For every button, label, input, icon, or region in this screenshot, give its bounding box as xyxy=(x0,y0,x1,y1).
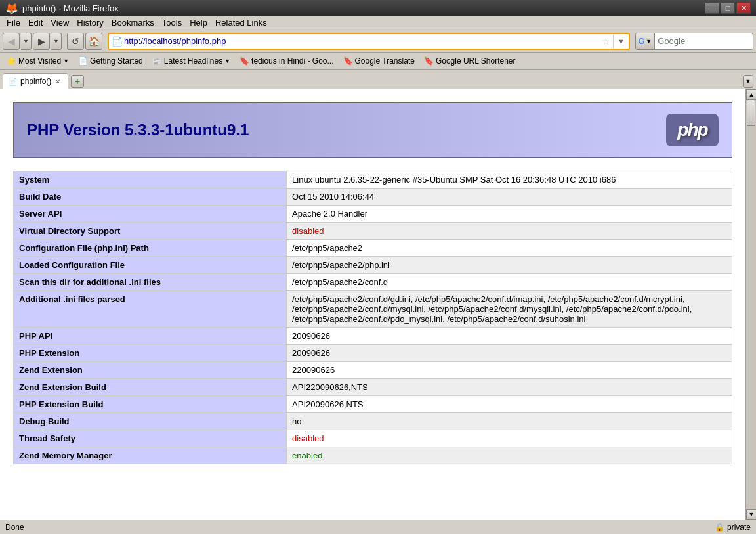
tab-phpinfo[interactable]: 📄 phpinfo() ✕ xyxy=(3,73,68,90)
page-content: PHP Version 5.3.3-1ubuntu9.1 php SystemL… xyxy=(0,89,746,520)
most-visited-label: Most Visited xyxy=(18,56,61,66)
table-value-cell: no xyxy=(287,413,732,430)
bookmark-google-translate[interactable]: 🔖 Google Translate xyxy=(339,55,419,67)
table-row: Server APIApache 2.0 Handler xyxy=(14,206,732,223)
google-translate-icon: 🔖 xyxy=(343,56,353,66)
table-value-cell: /etc/php5/apache2/php.ini xyxy=(287,257,732,274)
table-value-cell: API220090626,NTS xyxy=(287,379,732,396)
php-logo-text: php xyxy=(677,120,707,141)
latest-headlines-label: Latest Headlines xyxy=(164,56,222,66)
table-label-cell: Debug Build xyxy=(14,413,287,430)
back-dropdown-button[interactable]: ▼ xyxy=(21,33,32,50)
tabbar: 📄 phpinfo() ✕ + ▼ xyxy=(0,70,756,89)
tedious-label: tedious in Hindi - Goo... xyxy=(251,56,333,66)
menu-history[interactable]: History xyxy=(73,16,107,29)
bookmark-latest-headlines[interactable]: 📰 Latest Headlines ▼ xyxy=(148,55,234,67)
search-engine-dropdown-icon: ▼ xyxy=(646,38,652,45)
table-label-cell: Thread Safety xyxy=(14,430,287,447)
forward-dropdown-button[interactable]: ▼ xyxy=(51,33,62,50)
latest-headlines-dropdown-icon: ▼ xyxy=(224,58,230,64)
getting-started-label: Getting Started xyxy=(90,56,143,66)
google-icon: G xyxy=(639,37,644,46)
bookmark-most-visited[interactable]: ⭐ Most Visited ▼ xyxy=(3,55,73,67)
table-value-cell: disabled xyxy=(287,223,732,240)
table-value-cell: 220090626 xyxy=(287,362,732,379)
google-url-shortener-icon: 🔖 xyxy=(424,56,434,66)
back-button[interactable]: ◀ xyxy=(3,33,20,50)
phpinfo-content: PHP Version 5.3.3-1ubuntu9.1 php SystemL… xyxy=(0,89,746,483)
table-label-cell: Zend Extension Build xyxy=(14,379,287,396)
url-input[interactable] xyxy=(124,36,600,46)
menu-view[interactable]: View xyxy=(47,16,73,29)
bookmark-tedious[interactable]: 🔖 tedious in Hindi - Goo... xyxy=(236,55,337,67)
scrollbar-up-button[interactable]: ▲ xyxy=(746,89,756,100)
table-label-cell: PHP Extension xyxy=(14,345,287,362)
firefox-icon: 🦊 xyxy=(5,2,18,14)
phpinfo-table: SystemLinux ubuntu 2.6.35-22-generic #35… xyxy=(13,171,732,464)
bookmark-google-url-shortener[interactable]: 🔖 Google URL Shortener xyxy=(420,55,520,67)
reload-button[interactable]: ↺ xyxy=(67,33,84,50)
table-row: Build DateOct 15 2010 14:06:44 xyxy=(14,189,732,206)
table-row: PHP API20090626 xyxy=(14,328,732,345)
scrollbar[interactable]: ▲ ▼ xyxy=(746,89,756,520)
close-button[interactable]: ✕ xyxy=(736,2,751,14)
table-label-cell: Virtual Directory Support xyxy=(14,223,287,240)
getting-started-icon: 📄 xyxy=(78,56,88,66)
table-label-cell: Zend Extension xyxy=(14,362,287,379)
content-area: PHP Version 5.3.3-1ubuntu9.1 php SystemL… xyxy=(0,89,756,520)
table-value-cell: /etc/php5/apache2 xyxy=(287,240,732,257)
table-row: Zend Extension BuildAPI220090626,NTS xyxy=(14,379,732,396)
new-tab-button[interactable]: + xyxy=(71,75,84,88)
statusbar-right: 🔒 private xyxy=(715,523,751,532)
table-row: Thread Safetydisabled xyxy=(14,430,732,447)
forward-button[interactable]: ▶ xyxy=(33,33,50,50)
table-value-cell: enabled xyxy=(287,447,732,464)
tab-dropdown-button[interactable]: ▼ xyxy=(743,75,753,88)
table-label-cell: Scan this dir for additional .ini files xyxy=(14,274,287,291)
menu-related-links[interactable]: Related Links xyxy=(211,16,271,29)
url-dropdown-button[interactable]: ▼ xyxy=(616,37,626,45)
table-row: Additional .ini files parsed/etc/php5/ap… xyxy=(14,291,732,328)
menu-file[interactable]: File xyxy=(3,16,24,29)
table-row: Virtual Directory Supportdisabled xyxy=(14,223,732,240)
menu-edit[interactable]: Edit xyxy=(24,16,47,29)
table-row: Debug Buildno xyxy=(14,413,732,430)
scrollbar-down-button[interactable]: ▼ xyxy=(746,509,756,520)
table-value-cell: /etc/php5/apache2/conf.d xyxy=(287,274,732,291)
bookmarks-bar: ⭐ Most Visited ▼ 📄 Getting Started 📰 Lat… xyxy=(0,53,756,70)
minimize-button[interactable]: — xyxy=(705,2,719,14)
tab-close-button[interactable]: ✕ xyxy=(54,78,62,85)
table-row: SystemLinux ubuntu 2.6.35-22-generic #35… xyxy=(14,171,732,189)
menu-tools[interactable]: Tools xyxy=(158,16,186,29)
menubar: File Edit View History Bookmarks Tools H… xyxy=(0,16,756,30)
menu-help[interactable]: Help xyxy=(186,16,211,29)
table-label-cell: Additional .ini files parsed xyxy=(14,291,287,328)
search-engine-button[interactable]: G ▼ xyxy=(636,33,655,49)
menu-bookmarks[interactable]: Bookmarks xyxy=(108,16,158,29)
search-input[interactable] xyxy=(655,36,753,46)
table-value-cell: 20090626 xyxy=(287,345,732,362)
table-label-cell: Zend Memory Manager xyxy=(14,447,287,464)
star-icon[interactable]: ☆ xyxy=(602,36,610,47)
google-translate-label: Google Translate xyxy=(355,56,415,66)
scrollbar-track[interactable] xyxy=(746,100,756,509)
table-row: Scan this dir for additional .ini files/… xyxy=(14,274,732,291)
most-visited-icon: ⭐ xyxy=(7,56,16,66)
tab-icon: 📄 xyxy=(9,78,18,86)
url-bar-container: 📄 ☆ ▼ xyxy=(108,33,630,50)
table-value-cell: API20090626,NTS xyxy=(287,396,732,413)
table-value-cell: 20090626 xyxy=(287,328,732,345)
table-row: PHP Extension20090626 xyxy=(14,345,732,362)
maximize-button[interactable]: □ xyxy=(721,2,735,14)
php-header: PHP Version 5.3.3-1ubuntu9.1 php xyxy=(13,102,732,158)
home-button[interactable]: 🏠 xyxy=(85,33,102,50)
table-label-cell: Build Date xyxy=(14,189,287,206)
table-label-cell: Configuration File (php.ini) Path xyxy=(14,240,287,257)
security-icon: 🔒 xyxy=(715,523,724,532)
tab-label: phpinfo() xyxy=(20,77,51,86)
table-row: Zend Memory Managerenabled xyxy=(14,447,732,464)
window-title: phpinfo() - Mozilla Firefox xyxy=(22,3,119,13)
bookmark-getting-started[interactable]: 📄 Getting Started xyxy=(74,55,147,67)
php-logo: php xyxy=(666,114,719,146)
scrollbar-thumb[interactable] xyxy=(747,100,755,126)
